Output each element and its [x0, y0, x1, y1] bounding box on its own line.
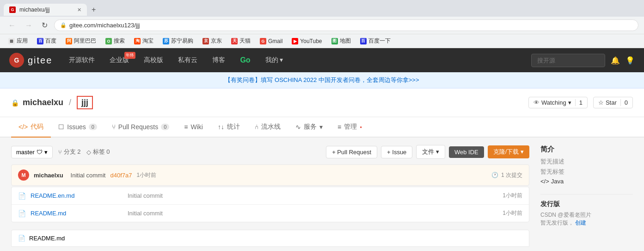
repo-title: 🔒 michaelxu / jjj [11, 96, 528, 109]
file-time-readme-en: 1小时前 [503, 192, 522, 200]
watch-button[interactable]: 👁 Watching ▾ 1 [528, 97, 588, 108]
bookmark-favicon-map: 图 [331, 38, 338, 44]
star-button[interactable]: ☆ Star 0 [593, 97, 633, 108]
branch-stats: ⑂ 分支 2 ◇ 标签 0 [58, 148, 110, 156]
tab-bar: G michaelxu/jjj ✕ + [0, 0, 644, 17]
bookmark-favicon-ali: 阿 [66, 38, 72, 44]
services-tab-label: 服务 [304, 123, 317, 131]
bookmark-label-bdy: 百度一下 [368, 37, 391, 45]
nav-search-input[interactable] [531, 54, 605, 67]
repo-name[interactable]: jjj [77, 96, 93, 109]
lightbulb-icon[interactable]: 💡 [626, 56, 635, 65]
tab-wiki[interactable]: ≡ Wiki [177, 118, 210, 137]
nav-go[interactable]: Go [233, 48, 258, 72]
branch-count[interactable]: ⑂ 分支 2 [58, 148, 81, 156]
bookmark-bdy[interactable]: 百 百度一下 [357, 36, 393, 46]
tag-count[interactable]: ◇ 标签 0 [86, 148, 110, 156]
bookmark-map[interactable]: 图 地图 [329, 36, 354, 46]
stats-tab-icon: ↑↓ [218, 123, 224, 131]
pull-request-button[interactable]: + Pull Request [326, 146, 377, 158]
nav-private[interactable]: 私有云 [171, 48, 205, 72]
gitee-logo-text: gitee [28, 55, 52, 66]
commit-hash[interactable]: d40f7a7 [110, 172, 132, 179]
nav-opensource[interactable]: 开源软件 [61, 48, 102, 72]
clone-button[interactable]: 克隆/下载 ▾ [488, 145, 529, 158]
bookmark-youtube[interactable]: ▶ YouTube [289, 37, 325, 45]
bookmark-gmail[interactable]: G Gmail [257, 37, 285, 45]
ssl-lock-icon: 🔒 [60, 22, 67, 28]
bookmark-favicon-gmail: G [260, 38, 266, 44]
bookmark-label-map: 地图 [340, 37, 351, 45]
bookmark-baidu[interactable]: 百 百度 [34, 36, 59, 46]
bookmark-su[interactable]: 苏 苏宁易购 [160, 36, 196, 46]
alert-banner[interactable]: 【有奖问卷】填写 OSCHINA 2022 中国开发者问卷，全套周边等你拿>>> [0, 72, 644, 88]
bookmarks-bar: ⊞ 应用 百 百度 阿 阿里巴巴 O 搜索 淘 淘宝 苏 苏宁易购 京 京东 天 [0, 34, 644, 48]
eye-icon: 👁 [534, 99, 540, 106]
sidebar-no-tag: 暂无标签 [540, 168, 633, 176]
tab-pull-requests[interactable]: ⑂ Pull Requests 0 [104, 118, 177, 137]
pr-badge: 0 [161, 124, 169, 130]
repo-private-icon: 🔒 [11, 99, 19, 107]
webide-button[interactable]: Web IDE [449, 146, 484, 158]
readme-section-header: 📄 README.md [11, 230, 529, 247]
commit-row: M michaelxu Initial commit d40f7a7 1小时前 … [11, 164, 529, 186]
refresh-button[interactable]: ↻ [39, 20, 50, 31]
file-time-readme: 1小时前 [503, 209, 522, 217]
bookmark-ali[interactable]: 阿 阿里巴巴 [63, 36, 99, 46]
commit-author[interactable]: michaelxu [34, 172, 63, 179]
manage-badge: ● [360, 125, 362, 129]
bookmark-search[interactable]: O 搜索 [103, 36, 128, 46]
code-tab-label: 代码 [31, 123, 43, 131]
tab-issues[interactable]: ☐ Issues 0 [51, 118, 104, 137]
back-button[interactable]: ← [6, 20, 18, 31]
tab-manage[interactable]: ≡ 管理 ● [330, 117, 369, 138]
nav-university[interactable]: 高校版 [136, 48, 171, 72]
branch-select[interactable]: master 🛡 ▾ [11, 146, 53, 158]
new-tab-button[interactable]: + [87, 3, 100, 17]
active-tab[interactable]: G michaelxu/jjj ✕ [4, 4, 87, 16]
address-bar: ← → ↻ 🔒 gitee.com/michaelxu123/jjj [0, 17, 644, 34]
repo-owner[interactable]: michaelxu [23, 98, 63, 107]
issue-button[interactable]: + Issue [381, 146, 412, 158]
bookmark-favicon-bdy: 百 [360, 38, 367, 44]
nav-enterprise[interactable]: 企业版年终 [102, 48, 136, 72]
pr-tab-label: Pull Requests [118, 123, 158, 131]
bookmark-apps[interactable]: ⊞ 应用 [6, 36, 31, 46]
bookmark-label-apps: 应用 [17, 37, 28, 45]
commit-count[interactable]: 1 次提交 [501, 171, 522, 179]
tab-code[interactable]: </> 代码 [11, 117, 51, 138]
file-button[interactable]: 文件 ▾ [416, 145, 445, 159]
nav-links: 开源软件 企业版年终 高校版 私有云 博客 Go 我的 ▾ [61, 48, 531, 72]
branch-fork-icon: ⑂ [58, 149, 62, 156]
bookmark-label-search: 搜索 [114, 37, 125, 45]
notification-bell-icon[interactable]: 🔔 [611, 56, 620, 65]
file-name-readme-en[interactable]: README.en.md [31, 192, 123, 199]
bookmark-jd[interactable]: 京 京东 [200, 36, 225, 46]
bookmark-taobao[interactable]: 淘 淘宝 [131, 36, 156, 46]
star-label: Star [606, 99, 617, 106]
file-name-readme[interactable]: README.md [31, 210, 123, 217]
bookmark-tmall[interactable]: 天 天猫 [228, 36, 253, 46]
tab-close-button[interactable]: ✕ [77, 7, 81, 13]
file-icon-readme-en: 📄 [18, 192, 26, 200]
sidebar-release-title: 发行版 [540, 200, 633, 208]
nav-mine[interactable]: 我的 ▾ [258, 48, 291, 72]
nav-blog[interactable]: 博客 [205, 48, 233, 72]
services-tab-icon: ∿ [295, 123, 301, 131]
url-input[interactable]: 🔒 gitee.com/michaelxu123/jjj [54, 19, 638, 31]
url-text: gitee.com/michaelxu123/jjj [69, 22, 140, 29]
alert-link[interactable]: 【有奖问卷】填写 OSCHINA 2022 中国开发者问卷，全套周边等你拿>>> [225, 76, 419, 83]
tab-pipeline[interactable]: ⑃ 流水线 [247, 117, 288, 138]
branch-left: master 🛡 ▾ ⑂ 分支 2 ◇ 标签 0 [11, 146, 110, 158]
sidebar-create-release-link[interactable]: 创建 [575, 220, 586, 226]
tab-stats[interactable]: ↑↓ 统计 [210, 117, 247, 138]
wiki-tab-label: Wiki [191, 123, 203, 131]
manage-tab-label: 管理 [344, 123, 357, 131]
page-content: 🔒 michaelxu / jjj 👁 Watching ▾ 1 ☆ Star … [0, 88, 644, 251]
gitee-logo[interactable]: G gitee [9, 53, 52, 68]
forward-button[interactable]: → [22, 20, 35, 31]
sidebar-no-desc: 暂无描述 [540, 157, 633, 166]
repo-header: 🔒 michaelxu / jjj 👁 Watching ▾ 1 ☆ Star … [0, 88, 644, 117]
branch-right: + Pull Request + Issue 文件 ▾ Web IDE 克隆/下… [326, 145, 529, 159]
tab-services[interactable]: ∿ 服务 ▾ [288, 117, 330, 138]
